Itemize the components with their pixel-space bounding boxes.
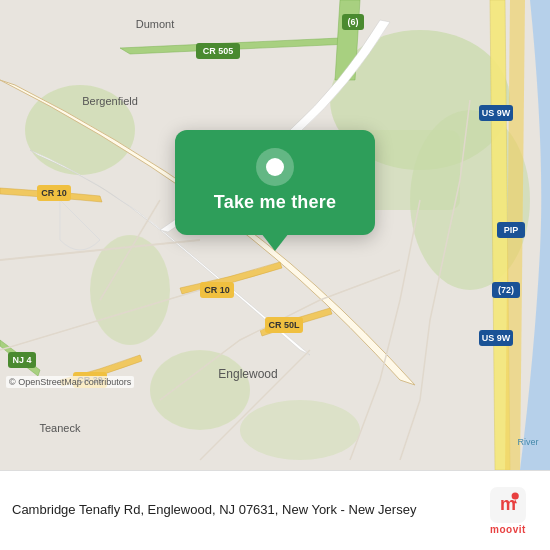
map-attribution: © OpenStreetMap contributors xyxy=(6,376,134,388)
svg-text:Dumont: Dumont xyxy=(136,18,175,30)
location-pin-icon xyxy=(256,148,294,186)
moovit-brand-label: moovit xyxy=(490,524,526,535)
app: CR 505 (6) US 9W PIP (72) US 9W CR 10 CR… xyxy=(0,0,550,550)
map-container: CR 505 (6) US 9W PIP (72) US 9W CR 10 CR… xyxy=(0,0,550,470)
svg-text:PIP: PIP xyxy=(504,225,519,235)
svg-point-37 xyxy=(512,492,519,499)
bottom-bar: Cambridge Tenafly Rd, Englewood, NJ 0763… xyxy=(0,470,550,550)
svg-text:NJ 4: NJ 4 xyxy=(12,355,31,365)
svg-text:Englewood: Englewood xyxy=(218,367,277,381)
svg-text:Teaneck: Teaneck xyxy=(40,422,81,434)
svg-text:Bergenfield: Bergenfield xyxy=(82,95,138,107)
take-me-there-button[interactable]: Take me there xyxy=(214,192,336,213)
svg-text:CR 50L: CR 50L xyxy=(268,320,300,330)
svg-text:(72): (72) xyxy=(498,285,514,295)
svg-text:CR 505: CR 505 xyxy=(203,46,234,56)
svg-point-5 xyxy=(90,235,170,345)
address-text: Cambridge Tenafly Rd, Englewood, NJ 0763… xyxy=(12,501,468,519)
svg-text:US 9W: US 9W xyxy=(482,333,511,343)
svg-point-7 xyxy=(240,400,360,460)
svg-text:CR 10: CR 10 xyxy=(204,285,230,295)
popup-card[interactable]: Take me there xyxy=(175,130,375,235)
svg-text:River: River xyxy=(517,437,538,447)
svg-text:CR 10: CR 10 xyxy=(41,188,67,198)
moovit-logo: m moovit xyxy=(478,487,538,535)
svg-point-6 xyxy=(150,350,250,430)
svg-text:US 9W: US 9W xyxy=(482,108,511,118)
svg-text:(6): (6) xyxy=(348,17,359,27)
